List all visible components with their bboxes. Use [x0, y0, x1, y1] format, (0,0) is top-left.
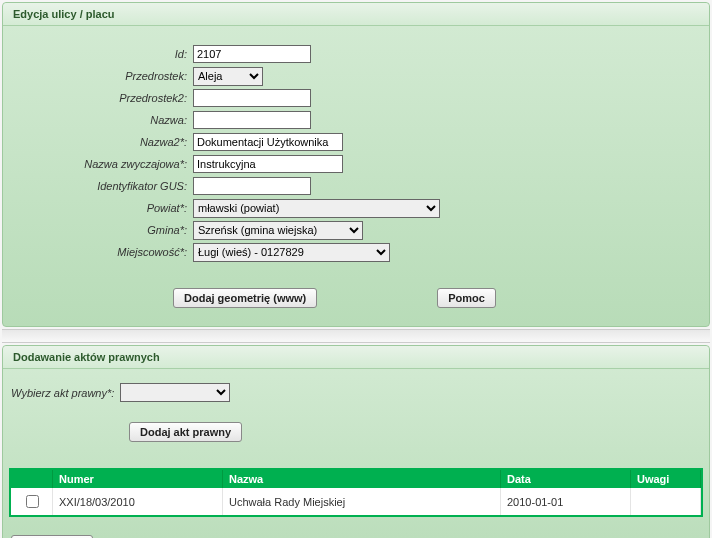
label-gmina: Gmina*: — [13, 224, 193, 236]
panel-add-acts-body: Wybierz akt prawny*: Dodaj akt prawny Nu… — [3, 369, 709, 538]
select-gmina[interactable]: Szreńsk (gmina wiejska) — [193, 221, 363, 240]
table-header-row: Numer Nazwa Data Uwagi — [11, 470, 701, 488]
label-nazwa-zwyczajowa: Nazwa zwyczajowa*: — [13, 158, 193, 170]
input-przedrostek2[interactable] — [193, 89, 311, 107]
divider — [2, 329, 710, 343]
cell-nazwa: Uchwała Rady Miejskiej — [223, 488, 501, 515]
col-data: Data — [501, 470, 631, 488]
panel-edit-street-header: Edycja ulicy / placu — [3, 3, 709, 26]
input-identyfikator-gus[interactable] — [193, 177, 311, 195]
panel-edit-street: Edycja ulicy / placu Id: Przedrostek: Al… — [2, 2, 710, 327]
col-check — [11, 470, 53, 488]
label-przedrostek2: Przedrostek2: — [13, 92, 193, 104]
label-miejscowosc: Miejscowość*: — [13, 246, 193, 258]
panel-add-acts-header: Dodawanie aktów prawnych — [3, 346, 709, 369]
button-add-geometry[interactable]: Dodaj geometrię (www) — [173, 288, 317, 308]
table-acts: Numer Nazwa Data Uwagi XXI/18/03/2010 Uc… — [9, 468, 703, 517]
select-wybierz-akt[interactable] — [120, 383, 230, 402]
label-nazwa2: Nazwa2*: — [13, 136, 193, 148]
cell-numer: XXI/18/03/2010 — [53, 488, 223, 515]
input-id[interactable] — [193, 45, 311, 63]
panel-edit-street-body: Id: Przedrostek: Aleja Przedrostek2: Naz… — [3, 26, 709, 326]
button-help[interactable]: Pomoc — [437, 288, 496, 308]
label-przedrostek: Przedrostek: — [13, 70, 193, 82]
panel-add-acts: Dodawanie aktów prawnych Wybierz akt pra… — [2, 345, 710, 538]
table-row: XXI/18/03/2010 Uchwała Rady Miejskiej 20… — [11, 488, 701, 515]
label-id: Id: — [13, 48, 193, 60]
input-nazwa-zwyczajowa[interactable] — [193, 155, 343, 173]
label-wybierz-akt: Wybierz akt prawny*: — [11, 387, 114, 399]
input-nazwa[interactable] — [193, 111, 311, 129]
col-nazwa: Nazwa — [223, 470, 501, 488]
button-add-act[interactable]: Dodaj akt prawny — [129, 422, 242, 442]
input-nazwa2[interactable] — [193, 133, 343, 151]
select-przedrostek[interactable]: Aleja — [193, 67, 263, 86]
row-checkbox[interactable] — [26, 495, 39, 508]
label-nazwa: Nazwa: — [13, 114, 193, 126]
select-miejscowosc[interactable]: Ługi (wieś) - 0127829 — [193, 243, 390, 262]
cell-uwagi — [631, 488, 701, 515]
col-uwagi: Uwagi — [631, 470, 701, 488]
cell-data: 2010-01-01 — [501, 488, 631, 515]
label-powiat: Powiat*: — [13, 202, 193, 214]
col-numer: Numer — [53, 470, 223, 488]
label-identyfikator-gus: Identyfikator GUS: — [13, 180, 193, 192]
select-powiat[interactable]: mławski (powiat) — [193, 199, 440, 218]
